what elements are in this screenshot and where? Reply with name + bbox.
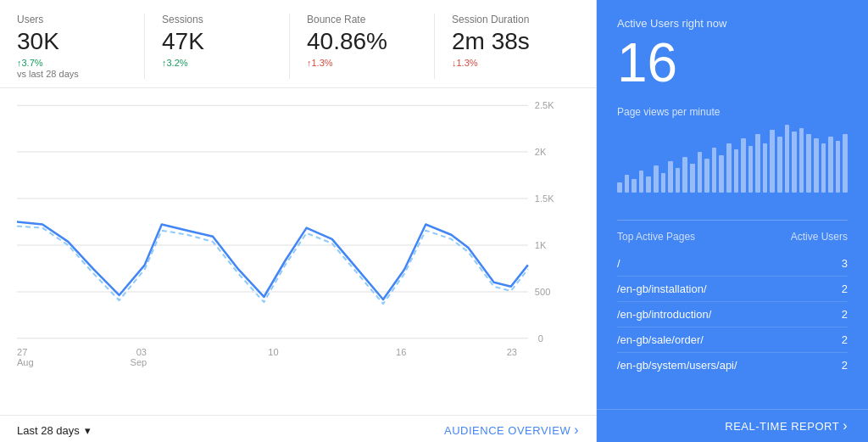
svg-text:2K: 2K [535,147,547,157]
mini-bar-item [682,157,687,193]
svg-text:1.5K: 1.5K [535,193,554,204]
page-path: /en-gb/installation/ [617,283,707,295]
page-row: /3 [617,251,848,277]
active-users-title: Active Users right now [617,17,848,30]
metric-bounce-rate: Bounce Rate 40.86% ↑1.3% [289,14,434,79]
mini-bar-item [814,138,819,193]
mini-bar-item [836,141,841,193]
page-row: /en-gb/introduction/2 [617,302,848,327]
bounce-rate-label: Bounce Rate [307,14,417,25]
svg-text:2.5K: 2.5K [535,100,554,110]
mini-bar-item [704,159,709,193]
svg-text:0: 0 [538,333,543,344]
page-path: /en-gb/system/users/api/ [617,359,737,372]
metric-users: Users 30K ↑3.7% vs last 28 days [17,14,144,79]
mini-bar-item [843,134,848,193]
page-row: /en-gb/sale/order/2 [617,327,848,353]
mini-bar-item [676,168,681,193]
users-change: ↑3.7% [17,58,127,68]
page-user-count: 3 [842,257,848,270]
bounce-rate-change: ↑1.3% [307,58,417,68]
page-user-count: 2 [842,283,848,295]
realtime-report-link[interactable]: REAL-TIME REPORT › [597,409,868,442]
mini-bar-item [625,175,630,193]
bounce-rate-value: 40.86% [307,29,417,55]
page-views-title: Page views per minute [617,106,848,118]
active-users-col-label: Active Users [791,231,848,243]
mini-bar-item [726,143,732,193]
mini-bar-item [617,182,622,193]
users-label: Users [17,14,127,25]
page-path: /en-gb/introduction/ [617,308,711,321]
mini-bar-item [654,165,659,193]
metrics-row: Users 30K ↑3.7% vs last 28 days Sessions… [0,0,596,88]
date-selector[interactable]: Last 28 days ▾ [17,424,91,437]
users-value: 30K [17,29,127,55]
svg-text:Sep: Sep [131,357,147,367]
mini-bar-item [661,173,666,193]
svg-text:27: 27 [17,347,27,357]
svg-text:03: 03 [136,347,147,357]
audience-arrow-icon: › [574,422,579,438]
mini-bar-item [792,131,797,193]
metric-session-duration: Session Duration 2m 38s ↓1.3% [434,14,579,79]
session-duration-change: ↓1.3% [452,58,562,68]
sessions-value: 47K [162,29,272,55]
svg-text:10: 10 [268,347,278,357]
page-path: / [617,257,620,270]
page-row: /en-gb/installation/2 [617,277,848,302]
mini-bar-chart [617,125,848,193]
mini-bar-item [785,125,790,193]
top-pages-label: Top Active Pages [617,231,695,243]
mini-bar-item [755,134,760,193]
session-duration-label: Session Duration [452,14,562,25]
mini-bar-item [777,137,782,193]
date-range-label: Last 28 days [17,424,80,437]
session-duration-value: 2m 38s [452,29,562,55]
svg-text:16: 16 [396,347,406,357]
mini-bar-item [828,137,833,193]
mini-bar-item [799,128,804,193]
svg-text:1K: 1K [535,240,547,250]
mini-bar-item [770,130,775,193]
bottom-bar: Last 28 days ▾ AUDIENCE OVERVIEW › [0,415,596,442]
mini-bar-item [821,143,826,193]
svg-text:Aug: Aug [17,357,34,367]
page-path: /en-gb/sale/order/ [617,333,704,346]
metric-sessions: Sessions 47K ↑3.2% [144,14,289,79]
mini-bar-item [712,148,717,193]
realtime-arrow-icon: › [843,418,848,434]
mini-bar-item [698,152,703,193]
right-panel: Active Users right now 16 Page views per… [597,0,868,442]
mini-bar-item [668,161,673,193]
svg-text:23: 23 [507,347,517,357]
svg-text:500: 500 [535,287,550,297]
page-row: /en-gb/system/users/api/2 [617,353,848,378]
chart-area: 2.5K 2K 1.5K 1K 500 0 27 Aug 03 Sep 10 1… [0,88,596,416]
mini-bar-item [734,149,739,193]
audience-overview-link[interactable]: AUDIENCE OVERVIEW › [444,422,579,438]
mini-bar-item [719,155,724,193]
sessions-label: Sessions [162,14,272,25]
line-chart: 2.5K 2K 1.5K 1K 500 0 27 Aug 03 Sep 10 1… [17,97,562,373]
pages-section: Top Active Pages Active Users /3/en-gb/i… [597,221,868,409]
left-panel: Users 30K ↑3.7% vs last 28 days Sessions… [0,0,597,442]
page-user-count: 2 [842,359,848,372]
sessions-change: ↑3.2% [162,58,272,68]
mini-bar-item [632,179,637,193]
page-user-count: 2 [842,333,848,346]
active-pages-list: /3/en-gb/installation/2/en-gb/introducti… [617,251,848,378]
users-sub: vs last 28 days [17,69,127,79]
mini-bar-item [646,176,651,193]
mini-bar-item [741,138,746,193]
mini-bar-item [639,171,644,193]
mini-bar-item [806,134,811,193]
mini-bar-item [748,146,754,193]
mini-bar-item [763,143,768,193]
dropdown-icon: ▾ [85,424,91,437]
audience-link-label: AUDIENCE OVERVIEW [444,424,570,437]
active-users-count: 16 [617,33,848,92]
realtime-label: REAL-TIME REPORT [725,420,839,433]
active-users-section: Active Users right now 16 Page views per… [597,0,868,220]
page-user-count: 2 [842,308,848,321]
